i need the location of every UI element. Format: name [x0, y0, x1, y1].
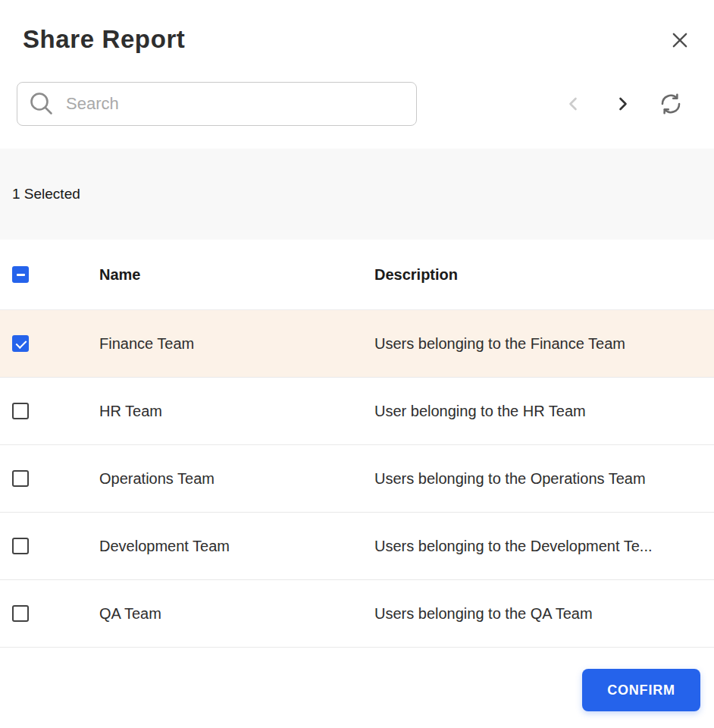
- table-row[interactable]: Development Team Users belonging to the …: [0, 513, 714, 580]
- teams-table: Name Description Finance Team Users belo…: [0, 240, 714, 648]
- prev-page-button[interactable]: [562, 93, 585, 115]
- team-description: Users belonging to the QA Team: [374, 605, 697, 623]
- team-description: Users belonging to the Operations Team: [374, 470, 697, 488]
- column-header-description: Description: [374, 266, 697, 284]
- modal-footer: CONFIRM: [0, 648, 714, 711]
- table-header: Name Description: [0, 240, 714, 310]
- close-icon: [669, 30, 691, 51]
- confirm-button[interactable]: CONFIRM: [582, 669, 700, 711]
- table-row[interactable]: QA Team Users belonging to the QA Team: [0, 580, 714, 648]
- team-description: Users belonging to the Development Te...: [374, 538, 697, 555]
- toolbar: [0, 82, 714, 126]
- row-checkbox[interactable]: [12, 538, 29, 554]
- table-row[interactable]: Finance Team Users belonging to the Fina…: [0, 310, 714, 378]
- selection-band: 1 Selected: [0, 149, 714, 240]
- search-icon: [28, 90, 55, 118]
- team-name: Development Team: [99, 538, 374, 555]
- row-checkbox[interactable]: [12, 335, 29, 352]
- team-name: HR Team: [99, 403, 374, 420]
- selection-count: 1 Selected: [12, 186, 80, 202]
- team-name: QA Team: [99, 605, 374, 623]
- search-box[interactable]: [17, 82, 417, 126]
- select-all-checkbox[interactable]: [12, 266, 29, 283]
- column-header-name: Name: [99, 266, 374, 284]
- pagination: [562, 93, 682, 115]
- row-checkbox[interactable]: [12, 605, 29, 622]
- search-input[interactable]: [66, 94, 406, 114]
- table-row[interactable]: HR Team User belonging to the HR Team: [0, 378, 714, 445]
- team-name: Finance Team: [99, 335, 374, 353]
- next-page-button[interactable]: [611, 93, 634, 115]
- row-checkbox[interactable]: [12, 470, 29, 487]
- team-description: Users belonging to the Finance Team: [374, 335, 697, 353]
- chevron-left-icon: [565, 95, 583, 113]
- row-checkbox[interactable]: [12, 403, 29, 419]
- table-row[interactable]: Operations Team Users belonging to the O…: [0, 445, 714, 513]
- refresh-button[interactable]: [659, 93, 682, 115]
- refresh-icon: [659, 92, 683, 116]
- team-description: User belonging to the HR Team: [374, 403, 697, 420]
- close-button[interactable]: [669, 29, 691, 52]
- modal-header: Share Report: [0, 0, 714, 55]
- page-title: Share Report: [23, 24, 185, 55]
- chevron-right-icon: [613, 95, 631, 113]
- team-name: Operations Team: [99, 470, 374, 488]
